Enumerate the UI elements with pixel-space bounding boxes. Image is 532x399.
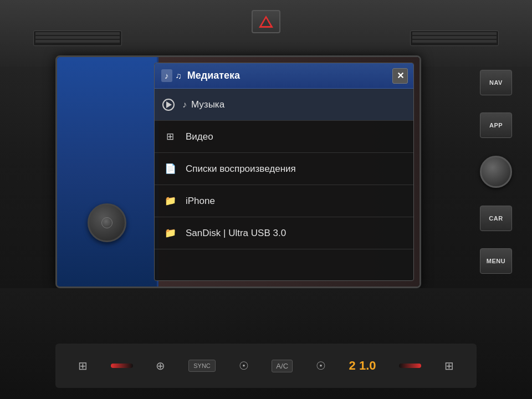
person-right-icon: ☉: [316, 359, 326, 372]
film-icon: ⊞: [162, 131, 178, 142]
app-button[interactable]: APP: [480, 112, 512, 138]
main-screen: ♪ ♫ Медиатека ✕ ♪ Музыка ⊞: [55, 55, 421, 288]
car-button[interactable]: CAR: [480, 206, 512, 231]
close-button[interactable]: ✕: [392, 68, 408, 84]
climate-row: ⊞ ⊕ SYNC ☉ A/C ☉ 2 1.0 ⊞: [55, 344, 477, 388]
vent-right: [410, 30, 499, 46]
menu-button[interactable]: MENU: [480, 248, 512, 274]
knob-inner: [101, 217, 112, 228]
menu-item-video[interactable]: ⊞ Видео: [155, 121, 413, 153]
menu-item-playlists[interactable]: 📄 Списки воспроизведения: [155, 153, 413, 185]
ac-button[interactable]: A/C: [272, 360, 293, 372]
seat-heat-left-icon: ⊞: [78, 359, 88, 372]
right-panel: NAV APP CAR MENU: [477, 55, 515, 288]
volume-knob[interactable]: [88, 203, 126, 242]
music-note-secondary-icon: ♪: [182, 100, 187, 110]
menu-item-iphone[interactable]: 📁 iPhone: [155, 185, 413, 217]
folder-sandisk-icon: 📁: [162, 227, 178, 239]
media-lib-icon: ♫: [176, 71, 182, 80]
menu-header: ♪ ♫ Медиатека ✕: [155, 63, 413, 89]
seat-heat-left-indicator: [111, 364, 133, 368]
play-triangle: [166, 101, 172, 108]
dashboard: ♪ ♫ Медиатека ✕ ♪ Музыка ⊞: [0, 0, 532, 399]
nav-button[interactable]: NAV: [480, 70, 512, 95]
left-sidebar-bg: [57, 57, 157, 287]
menu-item-music[interactable]: ♪ Музыка: [155, 89, 413, 121]
hazard-button[interactable]: [252, 10, 280, 33]
vent-left: [33, 30, 122, 46]
menu-header-title: Медиатека: [187, 70, 407, 81]
play-circle-icon: [162, 99, 175, 111]
screen-background: ♪ ♫ Медиатека ✕ ♪ Музыка ⊞: [57, 57, 420, 287]
bottom-controls: ⊞ ⊕ SYNC ☉ A/C ☉ 2 1.0 ⊞: [0, 288, 532, 399]
temperature-display: 2 1.0: [349, 359, 376, 373]
fan-icon: ⊕: [156, 359, 165, 372]
seat-heat-right-indicator: [399, 364, 421, 368]
sync-button[interactable]: SYNC: [188, 360, 216, 372]
music-note-icon: ♪: [161, 69, 172, 82]
seat-heat-right-icon: ⊞: [444, 359, 454, 372]
menu-item-iphone-label: iPhone: [186, 196, 215, 207]
hazard-icon: [259, 16, 273, 28]
right-rotary-knob[interactable]: [480, 156, 512, 188]
menu-item-playlists-label: Списки воспроизведения: [186, 163, 296, 175]
menu-item-video-label: Видео: [186, 131, 213, 142]
header-icons: ♪ ♫: [161, 69, 182, 82]
menu-item-sandisk[interactable]: 📁 SanDisk | Ultra USB 3.0: [155, 217, 413, 249]
document-icon: 📄: [162, 163, 178, 175]
menu-item-music-label: Музыка: [191, 99, 224, 110]
folder-iphone-icon: 📁: [162, 195, 178, 207]
person-icon: ☉: [239, 359, 249, 372]
menu-item-sandisk-label: SanDisk | Ultra USB 3.0: [186, 228, 286, 239]
media-menu: ♪ ♫ Медиатека ✕ ♪ Музыка ⊞: [154, 63, 414, 281]
